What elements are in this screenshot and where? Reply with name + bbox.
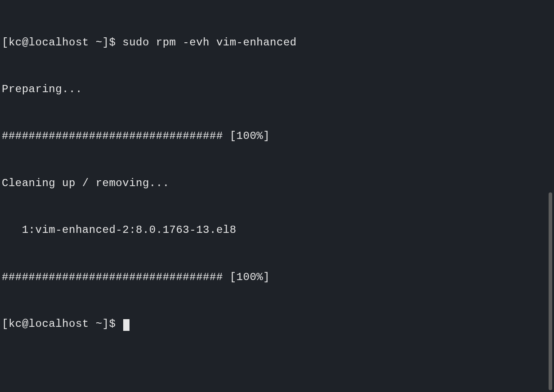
terminal-output-line: [kc@localhost ~]$ sudo rpm -evh vim-enha… — [2, 35, 552, 51]
terminal-window[interactable]: [kc@localhost ~]$ sudo rpm -evh vim-enha… — [2, 4, 552, 348]
terminal-output-line: ################################# [100%] — [2, 270, 552, 285]
scrollbar-thumb[interactable] — [549, 192, 552, 390]
terminal-output-line: ################################# [100%] — [2, 129, 552, 144]
terminal-prompt-line[interactable]: [kc@localhost ~]$ — [2, 316, 552, 332]
terminal-output-line: Cleaning up / removing... — [2, 176, 552, 192]
terminal-cursor — [123, 319, 130, 331]
terminal-prompt: [kc@localhost ~]$ — [2, 318, 122, 330]
terminal-output-line: 1:vim-enhanced-2:8.0.1763-13.el8 — [2, 223, 552, 238]
terminal-output-line: Preparing... — [2, 82, 552, 98]
